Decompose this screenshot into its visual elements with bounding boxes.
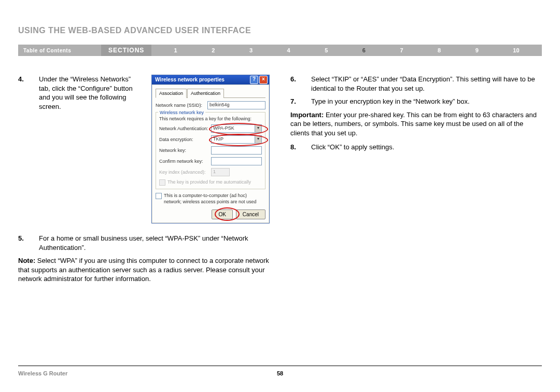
step-6: 6. Select “TKIP” or “AES” under “Data En… (290, 75, 542, 93)
dataenc-select[interactable]: TKIP ▾ (211, 135, 262, 144)
autokey-label: The key is provided for me automatically (167, 179, 251, 185)
nav-item-3[interactable]: 3 (249, 47, 253, 53)
keyindex-label: Key index (advanced): (159, 169, 211, 175)
step-text: For a home or small business user, selec… (39, 234, 270, 252)
nav-item-6[interactable]: 6 (362, 47, 366, 53)
autokey-checkbox (159, 179, 165, 186)
step-number: 8. (290, 143, 311, 152)
wireless-key-group-title: Wireless network key (158, 109, 205, 116)
nav-item-7[interactable]: 7 (400, 47, 403, 53)
step-number: 7. (290, 97, 311, 106)
page-heading: USING THE WEB-BASED ADVANCED USER INTERF… (18, 26, 542, 35)
help-icon[interactable]: ? (250, 76, 258, 84)
step-text: Under the “Wireless Networks” tab, click… (39, 75, 141, 111)
step-text: Select “TKIP” or “AES” under “Data Encry… (311, 75, 542, 93)
page-footer: Wireless G Router 58 (18, 366, 542, 376)
step-4: 4. Under the “Wireless Networks” tab, cl… (18, 75, 141, 111)
tab-association[interactable]: Association (156, 89, 187, 98)
dialog-title: Wireless network properties (155, 76, 225, 83)
step-8: 8. Click “OK” to apply settings. (290, 143, 542, 152)
step-text: Type in your encryption key in the “Netw… (311, 97, 542, 106)
dataenc-label: Data encryption: (159, 136, 211, 143)
close-icon[interactable]: × (259, 76, 268, 84)
nav-item-9[interactable]: 9 (475, 47, 479, 53)
ssid-input[interactable]: belkin54g (207, 101, 265, 109)
chevron-down-icon[interactable]: ▾ (255, 125, 261, 132)
nav-item-5[interactable]: 5 (325, 47, 328, 53)
netauth-select[interactable]: WPA-PSK ▾ (211, 124, 262, 133)
adhoc-checkbox[interactable] (156, 193, 162, 199)
netkey-label: Network key: (159, 147, 211, 153)
nav-item-10[interactable]: 10 (513, 47, 519, 53)
ssid-label: Network name (SSID): (156, 102, 207, 108)
important-block: Important: Enter your pre-shared key. Th… (290, 110, 542, 138)
nav-item-2[interactable]: 2 (212, 47, 215, 53)
step-7: 7. Type in your encryption key in the “N… (290, 97, 542, 106)
important-text: Enter your pre-shared key. This can be f… (290, 111, 537, 137)
tab-authentication[interactable]: Authentication (187, 89, 224, 98)
chevron-down-icon[interactable]: ▾ (255, 136, 261, 143)
nav-item-4[interactable]: 4 (287, 47, 290, 53)
confirmkey-label: Confirm network key: (159, 158, 211, 164)
wireless-properties-dialog: Wireless network properties ? × Associat… (151, 75, 270, 223)
section-nav: Table of Contents SECTIONS 1 2 3 4 5 6 7… (18, 45, 542, 56)
footer-page-number: 58 (277, 370, 283, 376)
netauth-label: Network Authentication: (159, 125, 211, 132)
step-number: 6. (290, 75, 311, 93)
netkey-input[interactable] (211, 146, 262, 155)
nav-numbers: 1 2 3 4 5 6 7 8 9 10 (151, 47, 542, 53)
nav-sections-label: SECTIONS (101, 45, 151, 56)
step-number: 4. (18, 75, 39, 111)
step-text: Click “OK” to apply settings. (311, 143, 542, 152)
dialog-titlebar: Wireless network properties ? × (152, 75, 269, 85)
wireless-key-desc: This network requires a key for the foll… (159, 116, 262, 122)
adhoc-label: This is a computer-to-computer (ad hoc) … (164, 192, 265, 205)
note-block: Note: Select “WPA” if you are using this… (18, 256, 270, 284)
nav-item-1[interactable]: 1 (174, 47, 177, 53)
step-5: 5. For a home or small business user, se… (18, 234, 270, 252)
nav-item-8[interactable]: 8 (438, 47, 441, 53)
footer-product: Wireless G Router (18, 370, 67, 376)
confirmkey-input[interactable] (211, 157, 262, 165)
netauth-value: WPA-PSK (213, 125, 234, 131)
cancel-button[interactable]: Cancel (236, 209, 265, 220)
step-number: 5. (18, 234, 39, 252)
note-label: Note: (18, 257, 35, 264)
important-label: Important: (290, 111, 324, 119)
note-text: Select “WPA” if you are using this compu… (18, 257, 269, 283)
dataenc-value: TKIP (213, 136, 223, 142)
ok-button[interactable]: OK (212, 209, 232, 220)
nav-toc-label[interactable]: Table of Contents (18, 48, 101, 53)
keyindex-input: 1 (211, 168, 230, 176)
